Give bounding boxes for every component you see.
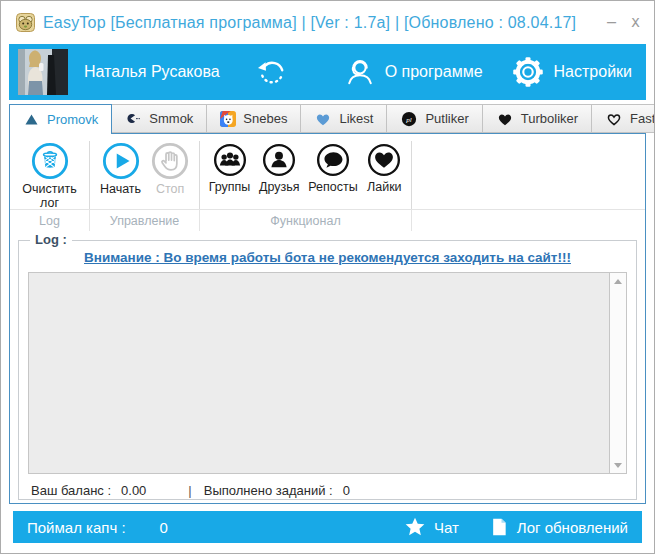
- tab-turboliker[interactable]: Turboliker: [482, 104, 592, 133]
- stop-button[interactable]: Стоп: [151, 141, 189, 197]
- group-label-log: Log: [10, 210, 90, 231]
- reposts-icon: [315, 142, 351, 178]
- tab-fastliker[interactable]: Fastliker: [591, 104, 655, 133]
- play-icon: [102, 142, 140, 180]
- pacman-icon: [125, 110, 142, 127]
- promovk-tab-page: Очистить лог Начать: [9, 133, 646, 504]
- user-avatar: [18, 49, 68, 95]
- likes-button[interactable]: Лайки: [366, 141, 402, 195]
- clear-log-button[interactable]: Очистить лог: [17, 141, 83, 211]
- document-icon: [489, 517, 509, 537]
- heart-outline-icon: [605, 110, 623, 128]
- ribbon-group-functional: Группы Друзья: [200, 141, 412, 209]
- warning-text: Внимание : Во время работы бота не реком…: [19, 250, 636, 265]
- friends-button[interactable]: Друзья: [259, 141, 300, 195]
- tab-snebes[interactable]: Snebes: [206, 104, 301, 133]
- log-groupbox: Log : Внимание : Во время работы бота не…: [18, 240, 637, 500]
- settings-label: Настройки: [554, 63, 632, 81]
- likes-icon: [366, 142, 402, 178]
- tab-smmok[interactable]: Smmok: [111, 104, 207, 133]
- about-label: О программе: [385, 63, 483, 81]
- tab-strip: Promovk Smmok: [9, 104, 646, 133]
- gear-icon: [511, 55, 545, 89]
- bottom-bar: Поймал капч : 0 Чат Лог обновлений: [13, 511, 642, 543]
- stop-hand-icon: [151, 142, 189, 180]
- tab-promovk[interactable]: Promovk: [9, 104, 112, 134]
- tasks-value: 0: [343, 483, 350, 498]
- blue-heart-icon: [314, 110, 332, 128]
- support-headset-icon: [344, 57, 376, 87]
- trash-icon: [31, 142, 69, 180]
- log-output-area[interactable]: [28, 272, 627, 474]
- tab-likest[interactable]: Likest: [300, 104, 387, 133]
- group-label-functional: Функционал: [200, 210, 412, 231]
- tab-putliker[interactable]: pl Putliker: [386, 104, 482, 133]
- reposts-button[interactable]: Репосты: [308, 141, 357, 195]
- settings-button[interactable]: Настройки: [509, 51, 634, 93]
- balance-value: 0.00: [121, 483, 146, 498]
- ribbon-group-control: Начать Стоп: [90, 141, 200, 209]
- star-icon: [404, 516, 426, 538]
- status-divider: |: [188, 483, 191, 498]
- groups-button[interactable]: Группы: [209, 141, 251, 195]
- refresh-button[interactable]: [254, 54, 290, 90]
- balance-label: Ваш баланс :: [31, 483, 111, 498]
- group-label-control: Управление: [90, 210, 200, 231]
- close-button[interactable]: x: [631, 15, 640, 30]
- titlebar: EasyTop [Бесплатная программа] | [Ver : …: [1, 1, 654, 44]
- captcha-label: Поймал капч :: [27, 519, 126, 536]
- window-title: EasyTop [Бесплатная программа] | [Ver : …: [43, 14, 576, 32]
- update-log-button[interactable]: Лог обновлений: [489, 517, 628, 537]
- tasks-label: Выполнено заданий :: [204, 483, 333, 498]
- header: Наталья Русакова: [9, 44, 646, 100]
- about-button[interactable]: О программе: [342, 53, 485, 91]
- friends-icon: [261, 142, 297, 178]
- minimize-button[interactable]: –: [607, 15, 616, 30]
- triangle-icon: [23, 111, 40, 128]
- chat-button[interactable]: Чат: [404, 516, 459, 538]
- scroll-down-icon[interactable]: [610, 457, 626, 473]
- app-window: EasyTop [Бесплатная программа] | [Ver : …: [0, 0, 655, 554]
- scroll-up-icon[interactable]: [610, 273, 626, 289]
- log-scrollbar[interactable]: [609, 273, 626, 473]
- status-row: Ваш баланс : 0.00 | Выполнено заданий : …: [31, 483, 624, 498]
- log-groupbox-title: Log :: [30, 232, 72, 247]
- captcha-value: 0: [160, 519, 168, 536]
- chat-label: Чат: [434, 519, 459, 536]
- black-heart-icon: [496, 110, 514, 128]
- pl-circle-icon: pl: [400, 110, 418, 128]
- ribbon-toolbar: Очистить лог Начать: [10, 134, 645, 209]
- ribbon-group-log: Очистить лог: [10, 141, 90, 209]
- username-label: Наталья Русакова: [84, 63, 220, 81]
- app-logo-icon: [16, 13, 35, 32]
- svg-text:pl: pl: [406, 115, 413, 123]
- update-log-label: Лог обновлений: [517, 519, 628, 536]
- ribbon-group-labels: Log Управление Функционал: [10, 209, 645, 231]
- fox-app-icon: [220, 111, 236, 127]
- groups-icon: [212, 142, 248, 178]
- start-button[interactable]: Начать: [100, 141, 141, 197]
